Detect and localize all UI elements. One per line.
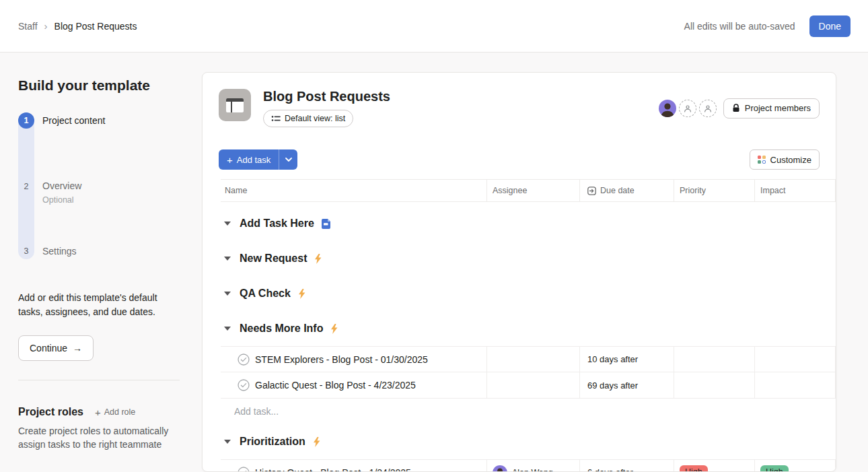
form-icon[interactable] (322, 219, 330, 229)
column-header-assignee[interactable]: Assignee (487, 180, 580, 201)
section-title: QA Check (240, 288, 291, 300)
step-number-2[interactable]: 2 (18, 178, 34, 195)
task-row[interactable]: Galactic Quest - Blog Post - 4/23/2025 6… (221, 372, 836, 399)
template-builder-sidebar: Build your template 1 Project content 2 … (18, 53, 180, 472)
add-task-dropdown-button[interactable] (279, 149, 297, 170)
due-date-cell[interactable]: 10 days after (580, 347, 674, 372)
project-roles-description: Create project roles to automatically as… (18, 424, 183, 451)
customize-label: Customize (770, 155, 811, 165)
bolt-icon[interactable] (330, 324, 338, 334)
assignee-cell[interactable] (487, 372, 580, 398)
column-header-impact[interactable]: Impact (755, 180, 836, 201)
step-number-1[interactable]: 1 (18, 112, 34, 129)
caret-down-icon[interactable] (224, 327, 231, 331)
task-name[interactable]: Galactic Quest - Blog Post - 4/23/2025 (255, 380, 416, 391)
task-row[interactable]: STEM Explorers - Blog Post - 01/30/2025 … (221, 346, 836, 372)
impact-badge[interactable]: High (760, 465, 789, 472)
breadcrumb-parent[interactable]: Staff (18, 21, 38, 32)
add-role-label: Add role (104, 407, 136, 417)
task-name[interactable]: History Quest - Blog Post - 1/24/2025 (255, 467, 411, 472)
empty-avatar-placeholder[interactable] (679, 100, 696, 117)
due-date-cell[interactable]: 6 days after (580, 460, 674, 472)
section-header-add-task-here[interactable]: Add Task Here (221, 206, 836, 241)
priority-cell[interactable]: High (674, 460, 755, 472)
caret-down-icon[interactable] (224, 292, 231, 296)
add-task-label: Add task (237, 155, 271, 165)
impact-cell[interactable]: High (755, 460, 836, 472)
section-header-qa-check[interactable]: QA Check (221, 276, 836, 311)
relative-due-date-icon (587, 187, 596, 195)
step-label-overview[interactable]: Overview Optional (42, 180, 81, 206)
project-roles-title: Project roles (18, 406, 83, 418)
priority-cell[interactable] (674, 372, 755, 398)
section-header-prioritization[interactable]: Prioritization (221, 424, 836, 459)
default-view-label: Default view: list (285, 114, 345, 123)
project-title[interactable]: Blog Post Requests (263, 89, 390, 104)
customize-button[interactable]: Customize (750, 149, 820, 170)
project-members-label: Project members (745, 103, 811, 113)
add-task-placeholder: Add task... (234, 406, 279, 417)
list-view-icon (271, 114, 281, 123)
impact-cell[interactable] (755, 347, 836, 372)
priority-cell[interactable] (674, 347, 755, 372)
bolt-icon[interactable] (313, 437, 320, 447)
chevron-right-icon: › (44, 20, 48, 32)
step-number-3[interactable]: 3 (18, 243, 34, 259)
sidebar-divider (18, 380, 180, 380)
due-date-cell[interactable]: 69 days after (580, 372, 674, 398)
top-bar: Staff › Blog Post Requests All edits wil… (0, 0, 868, 53)
project-members-button[interactable]: Project members (723, 98, 820, 119)
priority-badge[interactable]: High (680, 465, 708, 472)
section-title: Needs More Info (240, 323, 323, 335)
breadcrumb-current: Blog Post Requests (55, 21, 137, 32)
member-avatar[interactable] (659, 100, 676, 117)
done-button[interactable]: Done (809, 15, 851, 37)
task-complete-check-icon[interactable] (238, 379, 250, 391)
caret-down-icon[interactable] (224, 222, 231, 226)
assignee-cell[interactable] (487, 347, 580, 372)
empty-avatar-placeholder[interactable] (699, 100, 717, 117)
continue-button[interactable]: Continue → (18, 335, 94, 361)
step-label-project-content[interactable]: Project content (42, 114, 105, 127)
plus-icon: + (95, 407, 101, 418)
column-header-priority[interactable]: Priority (674, 180, 755, 201)
section-title: Add Task Here (240, 217, 314, 230)
project-template-card: Blog Post Requests Default view: list (202, 72, 836, 472)
breadcrumb: Staff › Blog Post Requests (18, 20, 137, 32)
task-name[interactable]: STEM Explorers - Blog Post - 01/30/2025 (255, 354, 428, 365)
column-header-due-date[interactable]: Due date (580, 180, 674, 201)
section-title: New Request (240, 252, 307, 265)
assignee-cell[interactable]: Alan Wang (487, 460, 580, 472)
caret-down-icon[interactable] (224, 440, 231, 444)
default-view-pill[interactable]: Default view: list (263, 110, 353, 127)
add-task-inline-row[interactable]: Add task... (221, 399, 836, 424)
arrow-right-icon: → (73, 343, 82, 353)
bolt-icon[interactable] (314, 254, 322, 264)
task-complete-check-icon[interactable] (238, 353, 250, 366)
task-complete-check-icon[interactable] (238, 467, 250, 472)
task-row[interactable]: History Quest - Blog Post - 1/24/2025 Al… (221, 459, 836, 472)
impact-cell[interactable] (755, 372, 836, 398)
task-table: Name Assignee Due date Priority Impact A… (221, 179, 836, 472)
column-header-name[interactable]: Name (221, 180, 487, 201)
step-description: Add or edit this template's default task… (18, 291, 180, 319)
step-label-settings[interactable]: Settings (42, 245, 77, 257)
project-template-icon (219, 89, 251, 121)
sidebar-title: Build your template (18, 77, 180, 94)
add-role-button[interactable]: + Add role (95, 407, 135, 418)
section-header-needs-more-info[interactable]: Needs More Info (221, 311, 836, 346)
add-task-split-button: + Add task (219, 149, 297, 170)
step-sublabel: Optional (42, 194, 81, 206)
add-task-button[interactable]: + Add task (219, 149, 279, 170)
step-indicator: 1 Project content 2 Overview Optional 3 … (18, 112, 180, 259)
bolt-icon[interactable] (298, 289, 305, 299)
caret-down-icon[interactable] (224, 257, 231, 261)
table-header-row: Name Assignee Due date Priority Impact (221, 179, 836, 202)
assignee-name: Alan Wang (512, 468, 553, 472)
customize-grid-icon (758, 156, 766, 164)
assignee-avatar (493, 465, 507, 472)
autosave-note: All edits will be auto-saved (684, 21, 795, 32)
section-header-new-request[interactable]: New Request (221, 241, 836, 276)
column-header-label: Due date (600, 186, 635, 195)
step-label-text: Overview (42, 180, 81, 191)
